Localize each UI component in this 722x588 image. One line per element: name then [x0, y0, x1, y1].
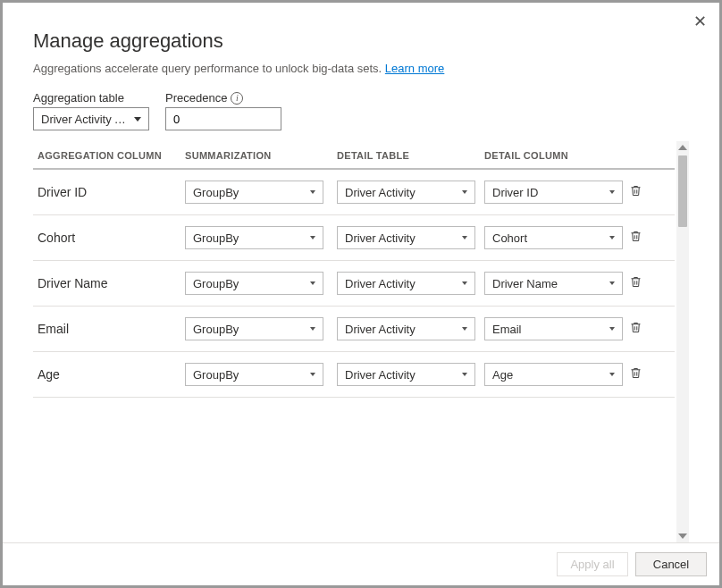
info-icon[interactable]: i — [231, 92, 243, 105]
table-row: EmailGroupByDriver ActivityEmail — [33, 307, 675, 352]
chevron-down-icon — [310, 236, 315, 239]
detail-table-select-value: Driver Activity — [345, 277, 416, 290]
scroll-down-icon[interactable] — [678, 533, 687, 539]
chevron-down-icon — [310, 190, 315, 194]
detail-column-select-value: Driver Name — [492, 277, 558, 290]
chevron-down-icon — [609, 190, 615, 194]
summarization-select[interactable]: GroupBy — [185, 272, 323, 295]
agg-table-select[interactable]: Driver Activity Agg — [33, 107, 149, 130]
chevron-down-icon — [609, 373, 615, 376]
detail-column-select[interactable]: Email — [484, 317, 623, 340]
chevron-down-icon — [462, 190, 467, 194]
agg-column-name: Age — [38, 367, 185, 382]
chevron-down-icon — [310, 373, 315, 376]
agg-column-name: Email — [38, 322, 185, 336]
detail-column-select-value: Email — [492, 323, 522, 336]
precedence-label: Precedence i — [165, 91, 281, 105]
detail-column-select-value: Driver ID — [492, 186, 538, 199]
trash-icon[interactable] — [627, 182, 643, 200]
summarization-select[interactable]: GroupBy — [185, 181, 323, 204]
detail-column-select[interactable]: Cohort — [484, 226, 623, 249]
summarization-select-value: GroupBy — [193, 186, 239, 199]
trash-icon[interactable] — [627, 365, 643, 382]
grid-header: AGGREGATION COLUMN SUMMARIZATION DETAIL … — [33, 141, 675, 170]
detail-table-select[interactable]: Driver Activity — [337, 317, 475, 340]
detail-table-select-value: Driver Activity — [345, 231, 416, 245]
detail-column-select[interactable]: Driver Name — [484, 272, 623, 295]
scroll-up-icon[interactable] — [678, 145, 687, 150]
summarization-select[interactable]: GroupBy — [185, 363, 323, 386]
dialog-content: Manage aggregations Aggregations acceler… — [3, 3, 719, 542]
chevron-down-icon — [462, 327, 467, 331]
detail-table-select[interactable]: Driver Activity — [337, 272, 475, 295]
top-fields: Aggregation table Driver Activity Agg Pr… — [33, 91, 689, 130]
scroll-thumb[interactable] — [678, 155, 687, 227]
summarization-select-value: GroupBy — [193, 323, 239, 336]
header-detail-column: DETAIL COLUMN — [484, 150, 627, 161]
detail-table-select-value: Driver Activity — [345, 323, 416, 336]
detail-column-select[interactable]: Driver ID — [484, 181, 623, 204]
header-actions — [627, 150, 654, 161]
summarization-select[interactable]: GroupBy — [185, 226, 323, 249]
chevron-down-icon — [609, 327, 615, 331]
scrollbar[interactable] — [676, 141, 689, 542]
detail-column-select-value: Cohort — [492, 231, 527, 245]
cancel-button[interactable]: Cancel — [635, 552, 707, 576]
chevron-down-icon — [310, 327, 315, 331]
detail-column-select-value: Age — [492, 368, 513, 382]
detail-table-select[interactable]: Driver Activity — [337, 181, 475, 204]
summarization-select-value: GroupBy — [193, 231, 239, 245]
agg-column-name: Cohort — [38, 231, 185, 245]
aggregations-grid: AGGREGATION COLUMN SUMMARIZATION DETAIL … — [33, 141, 689, 542]
chevron-down-icon — [462, 373, 467, 376]
agg-table-label: Aggregation table — [33, 91, 149, 105]
chevron-down-icon — [310, 281, 315, 285]
detail-table-select[interactable]: Driver Activity — [337, 226, 475, 249]
trash-icon[interactable] — [627, 228, 643, 246]
header-agg-column: AGGREGATION COLUMN — [38, 150, 185, 161]
header-detail-table: DETAIL TABLE — [337, 150, 484, 161]
detail-table-select-value: Driver Activity — [345, 186, 416, 199]
chevron-down-icon — [462, 281, 467, 285]
dialog-title: Manage aggregations — [33, 29, 689, 53]
dialog-subtitle: Aggregations accelerate query performanc… — [33, 62, 689, 75]
chevron-down-icon — [462, 236, 467, 239]
grid-scroll[interactable]: AGGREGATION COLUMN SUMMARIZATION DETAIL … — [33, 141, 675, 542]
trash-icon[interactable] — [627, 273, 643, 291]
close-icon[interactable]: ✕ — [693, 12, 707, 31]
agg-column-name: Driver ID — [38, 185, 185, 199]
summarization-select-value: GroupBy — [193, 277, 239, 290]
table-row: CohortGroupByDriver ActivityCohort — [33, 215, 675, 261]
precedence-input[interactable] — [173, 113, 273, 126]
subtitle-text: Aggregations accelerate query performanc… — [33, 62, 385, 75]
table-row: Driver NameGroupByDriver ActivityDriver … — [33, 261, 675, 307]
chevron-down-icon — [609, 236, 615, 239]
precedence-field: Precedence i — [165, 91, 281, 130]
grid-rows: Driver IDGroupByDriver ActivityDriver ID… — [33, 170, 675, 398]
agg-column-name: Driver Name — [38, 276, 185, 290]
learn-more-link[interactable]: Learn more — [385, 62, 444, 75]
header-summarization: SUMMARIZATION — [185, 150, 337, 161]
table-row: AgeGroupByDriver ActivityAge — [33, 352, 675, 398]
agg-table-field: Aggregation table Driver Activity Agg — [33, 91, 149, 130]
apply-all-button[interactable]: Apply all — [557, 552, 628, 576]
detail-table-select[interactable]: Driver Activity — [337, 363, 475, 386]
summarization-select-value: GroupBy — [193, 368, 239, 382]
chevron-down-icon — [609, 281, 615, 285]
detail-table-select-value: Driver Activity — [345, 368, 416, 382]
agg-table-value: Driver Activity Agg — [41, 113, 129, 126]
precedence-label-text: Precedence — [165, 91, 227, 105]
precedence-input-wrapper — [165, 107, 281, 130]
chevron-down-icon — [134, 117, 141, 122]
trash-icon[interactable] — [627, 319, 643, 337]
manage-aggregations-dialog: ✕ Manage aggregations Aggregations accel… — [0, 0, 722, 588]
dialog-footer: Apply all Cancel — [3, 542, 719, 585]
detail-column-select[interactable]: Age — [484, 363, 623, 386]
summarization-select[interactable]: GroupBy — [185, 317, 323, 340]
table-row: Driver IDGroupByDriver ActivityDriver ID — [33, 170, 675, 215]
